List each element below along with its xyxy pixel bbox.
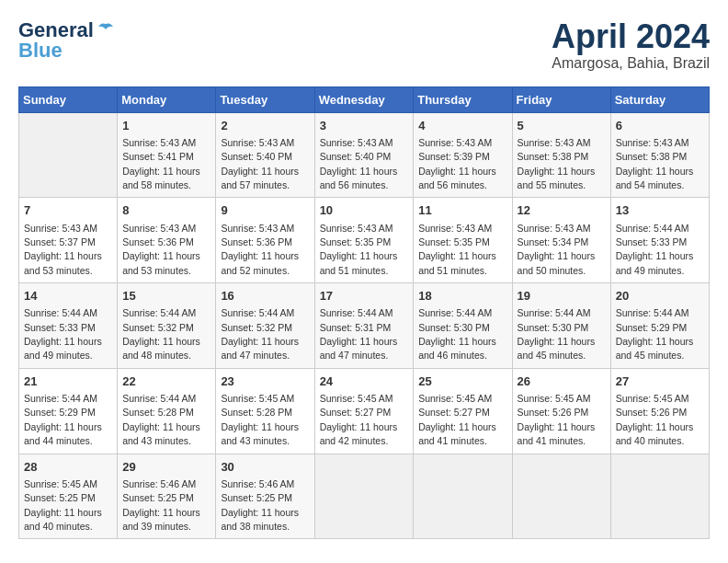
day-number: 12	[518, 202, 606, 219]
day-info: Sunrise: 5:44 AMSunset: 5:30 PMDaylight:…	[418, 307, 496, 361]
day-info: Sunrise: 5:44 AMSunset: 5:31 PMDaylight:…	[320, 307, 398, 361]
calendar-cell	[414, 454, 512, 539]
calendar-cell: 16 Sunrise: 5:44 AMSunset: 5:32 PMDaylig…	[216, 283, 314, 369]
calendar-cell: 12 Sunrise: 5:43 AMSunset: 5:34 PMDaylig…	[512, 198, 610, 283]
calendar-table: SundayMondayTuesdayWednesdayThursdayFrid…	[18, 86, 710, 540]
day-info: Sunrise: 5:45 AMSunset: 5:27 PMDaylight:…	[320, 393, 398, 446]
day-info: Sunrise: 5:45 AMSunset: 5:27 PMDaylight:…	[418, 393, 496, 446]
day-info: Sunrise: 5:45 AMSunset: 5:28 PMDaylight:…	[221, 393, 299, 446]
day-info: Sunrise: 5:43 AMSunset: 5:40 PMDaylight:…	[320, 137, 398, 190]
day-number: 23	[221, 373, 309, 390]
day-number: 10	[320, 202, 409, 219]
calendar-cell: 21 Sunrise: 5:44 AMSunset: 5:29 PMDaylig…	[19, 368, 118, 454]
day-number: 20	[616, 288, 704, 304]
calendar-cell: 13 Sunrise: 5:44 AMSunset: 5:33 PMDaylig…	[610, 198, 709, 283]
calendar-cell	[610, 454, 709, 539]
day-info: Sunrise: 5:44 AMSunset: 5:29 PMDaylight:…	[616, 307, 694, 361]
weekday-header: Friday	[512, 86, 610, 112]
day-number: 15	[122, 288, 210, 304]
weekday-header: Tuesday	[216, 86, 314, 112]
day-info: Sunrise: 5:43 AMSunset: 5:38 PMDaylight:…	[518, 137, 596, 190]
weekday-header: Saturday	[610, 86, 709, 112]
calendar-cell: 25 Sunrise: 5:45 AMSunset: 5:27 PMDaylig…	[414, 368, 512, 454]
day-info: Sunrise: 5:43 AMSunset: 5:38 PMDaylight:…	[616, 137, 694, 190]
weekday-header: Wednesday	[314, 86, 414, 112]
day-number: 24	[320, 373, 409, 390]
day-number: 13	[616, 202, 704, 219]
day-number: 14	[24, 288, 112, 304]
calendar-week-row: 7 Sunrise: 5:43 AMSunset: 5:37 PMDayligh…	[19, 198, 710, 283]
day-number: 16	[221, 288, 309, 304]
calendar-cell: 1 Sunrise: 5:43 AMSunset: 5:41 PMDayligh…	[118, 112, 216, 198]
day-number: 21	[24, 373, 112, 390]
day-info: Sunrise: 5:44 AMSunset: 5:30 PMDaylight:…	[518, 307, 596, 361]
calendar-cell: 23 Sunrise: 5:45 AMSunset: 5:28 PMDaylig…	[216, 368, 314, 454]
day-number: 2	[221, 118, 309, 134]
calendar-cell: 9 Sunrise: 5:43 AMSunset: 5:36 PMDayligh…	[216, 198, 314, 283]
calendar-cell: 2 Sunrise: 5:43 AMSunset: 5:40 PMDayligh…	[216, 112, 314, 198]
calendar-cell	[512, 454, 610, 539]
calendar-cell: 8 Sunrise: 5:43 AMSunset: 5:36 PMDayligh…	[118, 198, 216, 283]
day-number: 5	[518, 118, 606, 134]
day-number: 18	[418, 288, 506, 304]
day-number: 30	[221, 459, 309, 476]
day-number: 25	[418, 373, 506, 390]
day-number: 7	[24, 202, 112, 219]
calendar-cell: 18 Sunrise: 5:44 AMSunset: 5:30 PMDaylig…	[414, 283, 512, 369]
day-number: 9	[221, 202, 309, 219]
calendar-cell: 15 Sunrise: 5:44 AMSunset: 5:32 PMDaylig…	[118, 283, 216, 369]
day-number: 1	[122, 118, 210, 134]
logo-blue: Blue	[18, 39, 63, 63]
day-number: 6	[616, 118, 704, 134]
day-number: 8	[122, 202, 210, 219]
calendar-cell: 27 Sunrise: 5:45 AMSunset: 5:26 PMDaylig…	[610, 368, 709, 454]
day-number: 27	[616, 373, 704, 390]
day-info: Sunrise: 5:43 AMSunset: 5:35 PMDaylight:…	[320, 223, 398, 276]
day-number: 17	[320, 288, 409, 304]
calendar-cell: 5 Sunrise: 5:43 AMSunset: 5:38 PMDayligh…	[512, 112, 610, 198]
day-info: Sunrise: 5:43 AMSunset: 5:40 PMDaylight:…	[221, 137, 299, 190]
day-info: Sunrise: 5:45 AMSunset: 5:25 PMDaylight:…	[24, 478, 102, 532]
day-info: Sunrise: 5:45 AMSunset: 5:26 PMDaylight:…	[616, 393, 694, 446]
day-info: Sunrise: 5:44 AMSunset: 5:28 PMDaylight:…	[122, 393, 200, 446]
calendar-header-row: SundayMondayTuesdayWednesdayThursdayFrid…	[19, 86, 710, 112]
weekday-header: Monday	[118, 86, 216, 112]
day-number: 22	[122, 373, 210, 390]
day-info: Sunrise: 5:44 AMSunset: 5:33 PMDaylight:…	[24, 307, 102, 361]
calendar-cell: 22 Sunrise: 5:44 AMSunset: 5:28 PMDaylig…	[118, 368, 216, 454]
day-info: Sunrise: 5:43 AMSunset: 5:37 PMDaylight:…	[24, 223, 102, 276]
calendar-cell: 28 Sunrise: 5:45 AMSunset: 5:25 PMDaylig…	[19, 454, 118, 539]
day-info: Sunrise: 5:43 AMSunset: 5:39 PMDaylight:…	[418, 137, 496, 190]
day-number: 19	[518, 288, 606, 304]
calendar-cell	[19, 112, 118, 198]
day-number: 4	[418, 118, 506, 134]
day-info: Sunrise: 5:44 AMSunset: 5:32 PMDaylight:…	[122, 307, 200, 361]
day-number: 3	[320, 118, 409, 134]
day-number: 11	[418, 202, 506, 219]
day-info: Sunrise: 5:43 AMSunset: 5:36 PMDaylight:…	[221, 223, 299, 276]
month-title: April 2024	[552, 18, 710, 55]
weekday-header: Sunday	[19, 86, 118, 112]
calendar-cell: 3 Sunrise: 5:43 AMSunset: 5:40 PMDayligh…	[314, 112, 414, 198]
day-info: Sunrise: 5:43 AMSunset: 5:34 PMDaylight:…	[518, 223, 596, 276]
day-info: Sunrise: 5:45 AMSunset: 5:26 PMDaylight:…	[518, 393, 596, 446]
page-header: General Blue April 2024 Amargosa, Bahia,…	[18, 18, 710, 72]
calendar-cell: 17 Sunrise: 5:44 AMSunset: 5:31 PMDaylig…	[314, 283, 414, 369]
calendar-cell: 11 Sunrise: 5:43 AMSunset: 5:35 PMDaylig…	[414, 198, 512, 283]
weekday-header: Thursday	[414, 86, 512, 112]
logo-bird-icon	[96, 20, 116, 40]
location-subtitle: Amargosa, Bahia, Brazil	[552, 55, 710, 72]
calendar-week-row: 1 Sunrise: 5:43 AMSunset: 5:41 PMDayligh…	[19, 112, 710, 198]
calendar-cell: 14 Sunrise: 5:44 AMSunset: 5:33 PMDaylig…	[19, 283, 118, 369]
day-info: Sunrise: 5:43 AMSunset: 5:35 PMDaylight:…	[418, 223, 496, 276]
day-number: 28	[24, 459, 112, 476]
day-info: Sunrise: 5:44 AMSunset: 5:33 PMDaylight:…	[616, 223, 694, 276]
calendar-cell: 7 Sunrise: 5:43 AMSunset: 5:37 PMDayligh…	[19, 198, 118, 283]
calendar-cell	[314, 454, 414, 539]
calendar-cell: 29 Sunrise: 5:46 AMSunset: 5:25 PMDaylig…	[118, 454, 216, 539]
calendar-cell: 10 Sunrise: 5:43 AMSunset: 5:35 PMDaylig…	[314, 198, 414, 283]
calendar-week-row: 28 Sunrise: 5:45 AMSunset: 5:25 PMDaylig…	[19, 454, 710, 539]
day-info: Sunrise: 5:44 AMSunset: 5:32 PMDaylight:…	[221, 307, 299, 361]
calendar-week-row: 14 Sunrise: 5:44 AMSunset: 5:33 PMDaylig…	[19, 283, 710, 369]
day-info: Sunrise: 5:46 AMSunset: 5:25 PMDaylight:…	[221, 478, 299, 532]
